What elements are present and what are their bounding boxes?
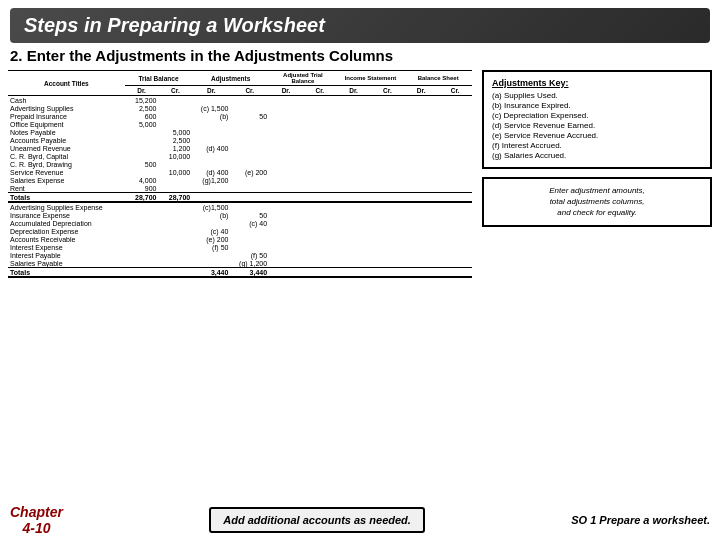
key-item: (f) Interest Accrued. bbox=[492, 141, 702, 150]
header-adjusted-tb: Adjusted Trial Balance bbox=[269, 71, 337, 86]
bs-cr: Cr. bbox=[438, 86, 472, 96]
account-title-cell: Salaries Payable bbox=[8, 259, 125, 268]
data-cell bbox=[158, 227, 192, 235]
tb-dr: Dr. bbox=[125, 86, 159, 96]
data-cell bbox=[438, 227, 472, 235]
data-cell bbox=[404, 168, 438, 176]
data-cell bbox=[303, 268, 337, 278]
account-title-cell: Interest Expense bbox=[8, 243, 125, 251]
data-cell bbox=[337, 211, 371, 219]
data-cell: (d) 400 bbox=[192, 168, 230, 176]
data-cell bbox=[404, 219, 438, 227]
data-cell bbox=[269, 176, 303, 184]
data-cell bbox=[192, 120, 230, 128]
data-cell bbox=[438, 128, 472, 136]
data-cell: (b) bbox=[192, 211, 230, 219]
data-cell bbox=[438, 193, 472, 203]
data-cell bbox=[303, 227, 337, 235]
key-item: (g) Salaries Accrued. bbox=[492, 151, 702, 160]
data-cell bbox=[337, 144, 371, 152]
data-cell bbox=[404, 251, 438, 259]
table-row: Salaries Payable(g) 1,200 bbox=[8, 259, 472, 268]
is-dr: Dr. bbox=[337, 86, 371, 96]
data-cell bbox=[269, 243, 303, 251]
data-cell bbox=[337, 160, 371, 168]
data-cell bbox=[158, 268, 192, 278]
data-cell bbox=[438, 211, 472, 219]
data-cell bbox=[125, 152, 159, 160]
account-title-cell: Cash bbox=[8, 96, 125, 105]
bs-dr: Dr. bbox=[404, 86, 438, 96]
data-cell bbox=[230, 152, 269, 160]
table-row: Unearned Revenue1,200(d) 400 bbox=[8, 144, 472, 152]
data-cell: (f) 50 bbox=[230, 251, 269, 259]
data-cell bbox=[269, 193, 303, 203]
data-cell bbox=[370, 184, 404, 193]
data-cell bbox=[438, 219, 472, 227]
data-cell bbox=[125, 251, 159, 259]
data-cell bbox=[337, 128, 371, 136]
data-cell bbox=[158, 160, 192, 168]
header-balance-sheet: Balance Sheet bbox=[404, 71, 472, 86]
account-title-cell: Totals bbox=[8, 193, 125, 203]
data-cell bbox=[404, 193, 438, 203]
data-cell bbox=[125, 211, 159, 219]
table-row: Rent900 bbox=[8, 184, 472, 193]
is-cr: Cr. bbox=[370, 86, 404, 96]
header-account-titles: Account Titles bbox=[8, 71, 125, 96]
data-cell bbox=[370, 144, 404, 152]
data-cell bbox=[337, 120, 371, 128]
account-title-cell: C. R. Byrd, Capital bbox=[8, 152, 125, 160]
data-cell bbox=[404, 120, 438, 128]
data-cell bbox=[303, 211, 337, 219]
data-cell bbox=[337, 168, 371, 176]
data-cell bbox=[269, 128, 303, 136]
data-cell bbox=[337, 152, 371, 160]
data-cell bbox=[192, 259, 230, 268]
chapter-section: Chapter 4-10 bbox=[10, 504, 63, 536]
data-cell bbox=[438, 268, 472, 278]
enter-adjustment-box: Enter adjustment amounts,total adjustmen… bbox=[482, 177, 712, 227]
data-cell bbox=[370, 219, 404, 227]
data-cell bbox=[438, 96, 472, 105]
account-title-cell: Accumulated Depreciation bbox=[8, 219, 125, 227]
data-cell bbox=[158, 211, 192, 219]
data-cell bbox=[158, 104, 192, 112]
data-cell bbox=[370, 168, 404, 176]
table-row: Totals28,70028,700 bbox=[8, 193, 472, 203]
data-cell bbox=[370, 227, 404, 235]
data-cell bbox=[438, 144, 472, 152]
data-cell bbox=[269, 168, 303, 176]
data-cell bbox=[230, 184, 269, 193]
account-title-cell: Depreciation Expense bbox=[8, 227, 125, 235]
data-cell bbox=[303, 184, 337, 193]
add-accounts-button[interactable]: Add additional accounts as needed. bbox=[209, 507, 425, 533]
data-cell bbox=[230, 193, 269, 203]
key-item: (d) Service Revenue Earned. bbox=[492, 121, 702, 130]
account-title-cell: Advertising Supplies Expense bbox=[8, 202, 125, 211]
title-bar: Steps in Preparing a Worksheet bbox=[10, 8, 710, 43]
enter-box-text: Enter adjustment amounts,total adjustmen… bbox=[549, 186, 645, 217]
data-cell bbox=[438, 168, 472, 176]
data-cell: 10,000 bbox=[158, 168, 192, 176]
table-row: Office Equipment5,000 bbox=[8, 120, 472, 128]
data-cell bbox=[404, 243, 438, 251]
data-cell bbox=[303, 104, 337, 112]
data-cell bbox=[404, 227, 438, 235]
data-cell bbox=[192, 96, 230, 105]
key-item: (a) Supplies Used. bbox=[492, 91, 702, 100]
account-title-cell: Rent bbox=[8, 184, 125, 193]
data-cell bbox=[269, 219, 303, 227]
data-cell bbox=[192, 136, 230, 144]
data-cell bbox=[230, 136, 269, 144]
data-cell bbox=[337, 176, 371, 184]
data-cell: 3,440 bbox=[192, 268, 230, 278]
table-row: Salaries Expense4,000(g)1,200 bbox=[8, 176, 472, 184]
data-cell bbox=[125, 235, 159, 243]
table-row: Interest Payable(f) 50 bbox=[8, 251, 472, 259]
data-cell bbox=[337, 268, 371, 278]
data-cell bbox=[438, 251, 472, 259]
data-cell bbox=[192, 219, 230, 227]
data-cell bbox=[303, 112, 337, 120]
data-cell bbox=[370, 152, 404, 160]
